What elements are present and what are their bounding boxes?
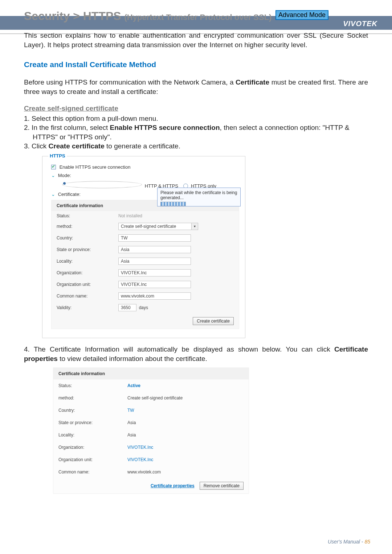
status-active: Active bbox=[127, 383, 140, 388]
before-paragraph: Before using HTTPS for communication wit… bbox=[24, 78, 368, 96]
method-value: Create self-signed certificate bbox=[127, 395, 183, 401]
step-3: 3. Click Create certificate to generate … bbox=[24, 141, 368, 151]
https-config-panel: HTTPS Enable HTTPS secure connection ⌄ M… bbox=[42, 156, 245, 338]
section-heading: Create and Install Certificate Method bbox=[24, 60, 368, 69]
progress-bar bbox=[160, 202, 186, 206]
certificate-properties-link[interactable]: Certificate properties bbox=[151, 483, 195, 488]
status-value: Not installed bbox=[118, 213, 234, 218]
commonname-value: www.vivotek.com bbox=[127, 469, 161, 475]
step4-paragraph: 4. The Certificate Information will auto… bbox=[24, 345, 368, 363]
validity-unit: days bbox=[139, 305, 148, 310]
orgunit-input[interactable]: VIVOTEK.Inc bbox=[118, 281, 191, 288]
org-value: VIVOTEK.Inc bbox=[127, 445, 153, 450]
enable-https-checkbox[interactable] bbox=[51, 165, 56, 169]
mode-label: Mode: bbox=[58, 173, 71, 178]
page-subtitle: (Hypertext Transfer Protocol over SSL) bbox=[124, 13, 272, 22]
enable-https-label: Enable HTTPS secure connection bbox=[60, 164, 131, 170]
state-value: Asia bbox=[127, 420, 136, 425]
locality-value: Asia bbox=[127, 432, 136, 438]
country-value: TW bbox=[127, 408, 134, 413]
subsection-heading: Create self-signed certificate bbox=[24, 104, 368, 112]
mode-badge: Advanced Mode bbox=[275, 10, 328, 20]
state-input[interactable]: Asia bbox=[118, 246, 191, 253]
page-title: Security > HTTPS bbox=[24, 9, 124, 22]
chevron-down-icon: ▾ bbox=[191, 223, 198, 230]
orgunit-value: VIVOTEK.Inc bbox=[127, 457, 153, 462]
step-1: 1. Select this option from a pull-down m… bbox=[24, 114, 368, 123]
intro-paragraph: This section explains how to enable auth… bbox=[24, 31, 368, 49]
locality-input[interactable]: Asia bbox=[118, 258, 191, 265]
panel-legend: HTTPS bbox=[48, 153, 67, 159]
certificate-info-readonly: Certificate information Status:Active me… bbox=[53, 368, 249, 494]
country-input[interactable]: TW bbox=[118, 234, 191, 242]
cert-info-header-2: Certificate information bbox=[53, 368, 249, 379]
commonname-input[interactable]: www.vivotek.com bbox=[118, 292, 191, 300]
mode-http-https-radio[interactable] bbox=[62, 181, 142, 188]
validity-input[interactable]: 3650 bbox=[118, 304, 136, 311]
expand-icon[interactable]: ⌄ bbox=[51, 173, 55, 178]
method-select[interactable]: Create self-signed certificate ▾ bbox=[118, 223, 198, 230]
step-2: 2. In the first column, select Enable HT… bbox=[24, 123, 368, 141]
remove-certificate-button[interactable]: Remove certificate bbox=[200, 482, 244, 490]
expand-icon[interactable]: ⌄ bbox=[51, 192, 55, 197]
generating-popup: Please wait while the certificate is bei… bbox=[157, 188, 241, 206]
certificate-label: Certificate: bbox=[58, 192, 81, 197]
page-footer: User's Manual - 85 bbox=[328, 539, 370, 545]
create-certificate-button[interactable]: Create certificate bbox=[193, 317, 234, 325]
steps-list: 1. Select this option from a pull-down m… bbox=[24, 114, 368, 151]
org-input[interactable]: VIVOTEK.Inc bbox=[118, 269, 191, 276]
certificate-info-panel: Certificate information Status:Not insta… bbox=[51, 200, 239, 329]
